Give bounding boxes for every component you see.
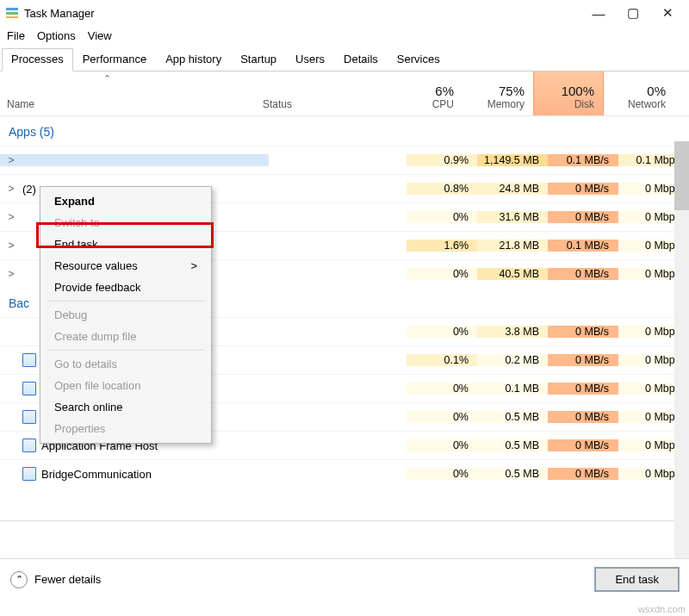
menu-options[interactable]: Options xyxy=(37,29,76,42)
cell-mem: 0.2 MB xyxy=(477,354,548,366)
sort-indicator-icon: ⌃ xyxy=(103,73,111,84)
menu-bar: File Options View xyxy=(0,26,689,45)
chevron-right-icon: > xyxy=(190,259,197,272)
cell-cpu: 1.6% xyxy=(407,240,477,252)
cell-mem: 1,149.5 MB xyxy=(477,154,548,166)
cell-mem: 0.5 MB xyxy=(477,468,548,480)
expand-toggle[interactable]: > xyxy=(5,183,17,195)
context-menu-item[interactable]: End task xyxy=(42,233,209,255)
svg-rect-2 xyxy=(6,16,18,18)
window-title: Task Manager xyxy=(24,7,591,20)
end-task-button[interactable]: End task xyxy=(595,568,679,591)
cell-cpu: 0% xyxy=(407,411,477,423)
cell-disk: 0 MB/s xyxy=(548,326,618,338)
context-menu-item[interactable]: Search online xyxy=(42,396,209,418)
tab-app-history[interactable]: App history xyxy=(156,48,231,72)
cell-disk: 0 MB/s xyxy=(548,211,618,223)
cell-disk: 0 MB/s xyxy=(548,354,618,366)
cell-mem: 24.8 MB xyxy=(477,183,548,195)
footer-bar: ⌃ Fewer details End task xyxy=(0,558,689,600)
column-name[interactable]: Name xyxy=(0,72,254,115)
process-icon xyxy=(22,382,36,395)
fewer-details-label: Fewer details xyxy=(34,573,101,586)
context-menu: ExpandSwitch toEnd taskResource values>P… xyxy=(40,186,212,444)
context-menu-item: Go to details xyxy=(42,353,209,375)
cell-mem: 21.8 MB xyxy=(477,240,548,252)
cell-cpu: 0.8% xyxy=(407,183,477,195)
column-disk[interactable]: 100%Disk xyxy=(533,72,604,115)
vertical-scrollbar[interactable] xyxy=(674,141,689,558)
cell-mem: 31.6 MB xyxy=(477,211,548,223)
context-menu-item[interactable]: Resource values> xyxy=(42,255,209,277)
cell-disk: 0 MB/s xyxy=(548,439,618,451)
context-menu-item: Debug xyxy=(42,304,209,326)
cell-mem: 3.8 MB xyxy=(477,326,548,338)
cell-cpu: 0% xyxy=(407,439,477,451)
chevron-up-icon: ⌃ xyxy=(10,571,28,588)
tab-strip: Processes Performance App history Startu… xyxy=(0,45,689,72)
cell-disk: 0 MB/s xyxy=(548,183,618,195)
maximize-button[interactable]: ▢ xyxy=(625,5,641,21)
tab-users[interactable]: Users xyxy=(286,48,334,72)
cell-mem: 0.5 MB xyxy=(477,439,548,451)
tab-startup[interactable]: Startup xyxy=(231,48,286,72)
cell-cpu: 0% xyxy=(407,326,477,338)
group-header: Apps (5) xyxy=(0,116,689,146)
column-header-row: ⌃ Name Status 6%CPU 75%Memory 100%Disk 0… xyxy=(0,72,689,116)
column-network[interactable]: 0%Network xyxy=(604,72,674,115)
cell-mem: 40.5 MB xyxy=(477,268,548,280)
context-menu-item: Switch to xyxy=(42,212,209,233)
expand-toggle[interactable]: > xyxy=(5,240,17,252)
process-row[interactable]: BridgeCommunication0%0.5 MB0 MB/s0 Mbps xyxy=(0,459,689,488)
process-row[interactable]: >0.9%1,149.5 MB0.1 MB/s0.1 Mbps xyxy=(0,146,689,174)
watermark: wsxdn.com xyxy=(638,604,686,614)
process-name: BridgeCommunication xyxy=(41,468,152,481)
svg-rect-1 xyxy=(6,12,18,15)
cell-disk: 0 MB/s xyxy=(548,383,618,395)
expand-toggle[interactable]: > xyxy=(5,268,17,280)
cell-disk: 0 MB/s xyxy=(548,411,618,423)
process-icon xyxy=(22,410,36,424)
column-cpu[interactable]: 6%CPU xyxy=(392,72,462,115)
cell-cpu: 0% xyxy=(407,211,477,223)
column-memory[interactable]: 75%Memory xyxy=(462,72,533,115)
context-menu-item: Open file location xyxy=(42,375,209,396)
tab-services[interactable]: Services xyxy=(388,48,450,72)
tab-details[interactable]: Details xyxy=(334,48,388,72)
context-menu-item[interactable]: Provide feedback xyxy=(42,277,209,298)
cell-cpu: 0% xyxy=(407,383,477,395)
cell-cpu: 0% xyxy=(407,268,477,280)
cell-cpu: 0.1% xyxy=(407,354,477,366)
context-menu-item: Create dump file xyxy=(42,326,209,347)
fewer-details-toggle[interactable]: ⌃ Fewer details xyxy=(10,571,101,588)
cell-disk: 0.1 MB/s xyxy=(548,154,618,166)
tab-performance[interactable]: Performance xyxy=(73,48,156,72)
menu-file[interactable]: File xyxy=(7,29,25,42)
expand-toggle[interactable]: > xyxy=(5,211,17,223)
context-menu-item: Properties xyxy=(42,418,209,439)
process-icon xyxy=(22,467,36,481)
menu-view[interactable]: View xyxy=(88,29,112,42)
minimize-button[interactable]: — xyxy=(591,5,606,21)
process-name: (2) xyxy=(22,183,36,196)
expand-toggle[interactable]: > xyxy=(5,154,17,166)
column-status[interactable]: Status xyxy=(254,72,392,115)
cell-disk: 0 MB/s xyxy=(548,268,618,280)
app-icon xyxy=(5,6,19,20)
cell-disk: 0.1 MB/s xyxy=(548,240,618,252)
cell-cpu: 0% xyxy=(407,468,477,480)
process-icon xyxy=(22,353,36,367)
tab-processes[interactable]: Processes xyxy=(2,48,73,72)
cell-mem: 0.5 MB xyxy=(477,411,548,423)
close-button[interactable]: ✕ xyxy=(660,5,675,21)
process-icon xyxy=(22,439,36,452)
svg-rect-0 xyxy=(6,8,18,10)
context-menu-item[interactable]: Expand xyxy=(42,190,209,212)
cell-cpu: 0.9% xyxy=(407,154,477,166)
title-bar: Task Manager — ▢ ✕ xyxy=(0,0,689,26)
cell-mem: 0.1 MB xyxy=(477,383,548,395)
cell-disk: 0 MB/s xyxy=(548,468,618,480)
